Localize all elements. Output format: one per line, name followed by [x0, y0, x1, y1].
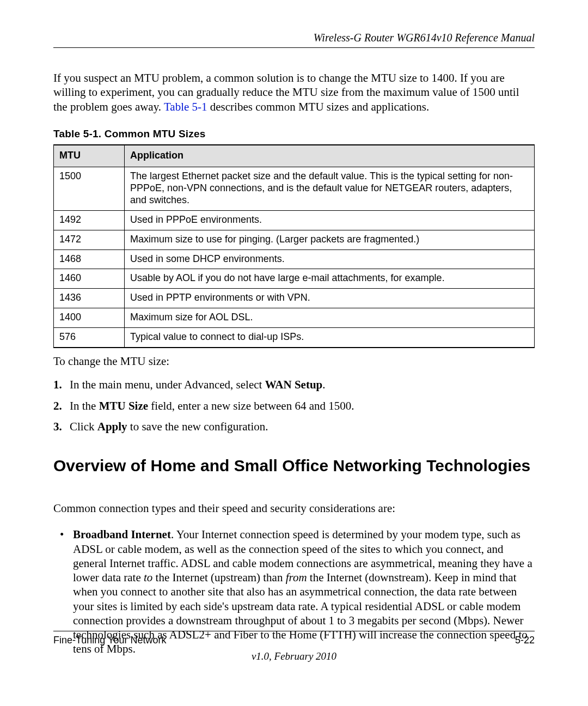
column-header-mtu: MTU [54, 145, 125, 167]
cell-mtu: 1472 [54, 230, 125, 249]
cell-mtu: 1468 [54, 249, 125, 269]
cell-app: Used in PPPoE environments. [125, 210, 535, 230]
cell-mtu: 1460 [54, 269, 125, 289]
section-intro: Common connection types and their speed … [53, 502, 535, 515]
document-header-title: Wireless-G Router WGR614v10 Reference Ma… [53, 32, 535, 47]
step-bold: WAN Setup [265, 378, 323, 391]
step-text: Click [70, 420, 97, 433]
cell-mtu: 1492 [54, 210, 125, 230]
step-text: In the [70, 399, 99, 412]
footer-divider [53, 631, 535, 631]
step-bold: MTU Size [99, 399, 148, 412]
cell-mtu: 576 [54, 328, 125, 348]
table-row: 1468Used in some DHCP environments. [54, 249, 535, 269]
mtu-table: MTU Application 1500The largest Ethernet… [53, 144, 535, 349]
intro-text-2: describes common MTU sizes and applicati… [207, 100, 430, 113]
step-item: In the MTU Size field, enter a new size … [70, 398, 535, 413]
bullet-text: the Internet (upstream) than [152, 571, 285, 584]
cell-app: Usable by AOL if you do not have large e… [125, 269, 535, 289]
cell-app: Typical value to connect to dial-up ISPs… [125, 328, 535, 348]
cell-app: Used in PPTP environments or with VPN. [125, 289, 535, 308]
section-heading: Overview of Home and Small Office Networ… [53, 456, 535, 476]
footer-page-number: 5-22 [515, 635, 535, 646]
table-header-row: MTU Application [54, 145, 535, 167]
step-bold: Apply [97, 420, 127, 433]
cell-app: Maximum size to use for pinging. (Larger… [125, 230, 535, 249]
table-row: 1500The largest Ethernet packet size and… [54, 167, 535, 210]
step-item: Click Apply to save the new configuratio… [70, 419, 535, 434]
table-row: 1492Used in PPPoE environments. [54, 210, 535, 230]
table-reference-link[interactable]: Table 5-1 [164, 100, 207, 113]
cell-app: The largest Ethernet packet size and the… [125, 167, 535, 210]
step-text: field, enter a new size between 64 and 1… [148, 399, 354, 412]
cell-mtu: 1500 [54, 167, 125, 210]
column-header-application: Application [125, 145, 535, 167]
step-text: In the main menu, under Advanced, select [70, 378, 265, 391]
cell-app: Maximum size for AOL DSL. [125, 308, 535, 328]
table-row: 1400Maximum size for AOL DSL. [54, 308, 535, 328]
bullet-italic: to [144, 571, 152, 584]
intro-paragraph: If you suspect an MTU problem, a common … [53, 71, 535, 114]
cell-mtu: 1400 [54, 308, 125, 328]
cell-mtu: 1436 [54, 289, 125, 308]
step-text: . [322, 378, 325, 391]
bullet-bold: Broadband Internet [73, 528, 171, 541]
table-row: 1436Used in PPTP environments or with VP… [54, 289, 535, 308]
after-table-text: To change the MTU size: [53, 355, 535, 368]
table-row: 1460Usable by AOL if you do not have lar… [54, 269, 535, 289]
table-caption: Table 5-1. Common MTU Sizes [53, 128, 535, 140]
footer-version: v1.0, February 2010 [0, 650, 588, 662]
header-divider [53, 47, 535, 48]
table-row: 576Typical value to connect to dial-up I… [54, 328, 535, 348]
steps-list: In the main menu, under Advanced, select… [53, 377, 535, 434]
bullet-italic: from [286, 571, 307, 584]
footer-section-name: Fine-Tuning Your Network [53, 635, 166, 646]
cell-app: Used in some DHCP environments. [125, 249, 535, 269]
table-row: 1472Maximum size to use for pinging. (La… [54, 230, 535, 249]
step-item: In the main menu, under Advanced, select… [70, 377, 535, 392]
step-text: to save the new configuration. [127, 420, 268, 433]
page-footer: Fine-Tuning Your Network 5-22 [53, 631, 535, 646]
